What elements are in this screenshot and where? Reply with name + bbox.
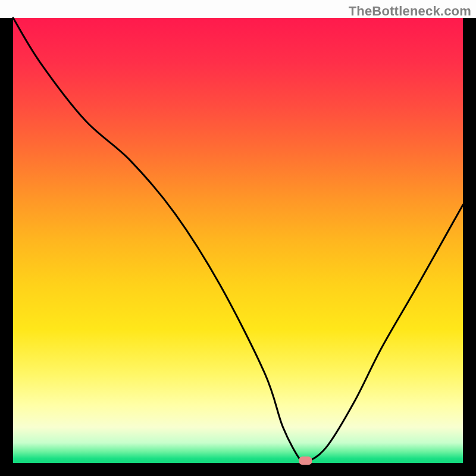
chart-border-segment: [0, 463, 476, 476]
chart-frame: TheBottleneck.com: [0, 0, 476, 476]
chart-border-segment: [0, 0, 13, 476]
chart-border-segment: [463, 0, 476, 476]
watermark-label: TheBottleneck.com: [349, 4, 471, 19]
bottleneck-curve-chart: [0, 0, 476, 476]
chart-background: [13, 18, 463, 463]
optimal-marker: [299, 456, 312, 465]
